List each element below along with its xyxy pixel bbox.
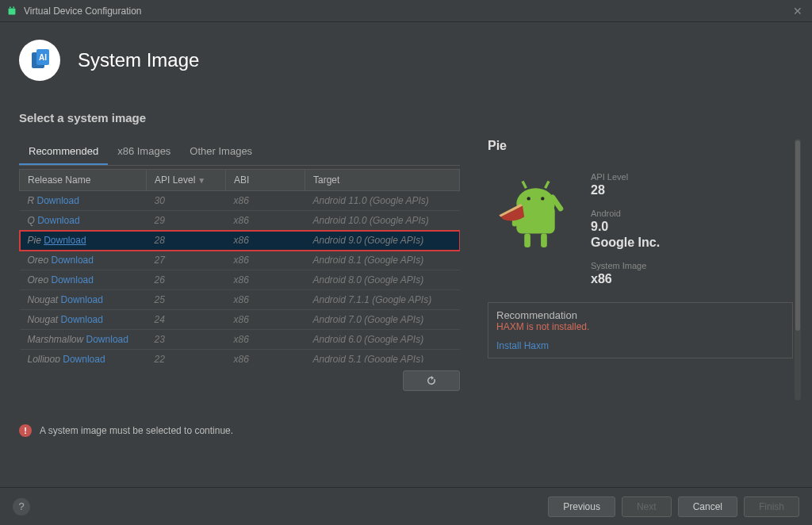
- previous-button[interactable]: Previous: [548, 496, 615, 517]
- svg-point-7: [527, 197, 530, 200]
- cell-api: 28: [147, 231, 226, 251]
- tab-x86-images[interactable]: x86 Images: [108, 139, 180, 165]
- cell-api: 26: [147, 270, 226, 290]
- cell-target: Android 8.0 (Google APIs): [305, 270, 460, 290]
- release-name: Q: [28, 215, 35, 226]
- col-abi[interactable]: ABI: [226, 170, 305, 191]
- cell-api: 23: [147, 330, 226, 350]
- download-link[interactable]: Download: [37, 195, 79, 206]
- cell-api: 29: [147, 211, 226, 231]
- cell-target: Android 7.1.1 (Google APIs): [305, 290, 460, 310]
- detail-scrollbar[interactable]: [795, 139, 801, 400]
- system-image-icon: AI: [19, 40, 60, 81]
- section-title: Select a system image: [19, 111, 793, 125]
- detail-release-name: Pie: [488, 139, 793, 153]
- table-row[interactable]: Oreo Download27x86Android 8.1 (Google AP…: [20, 251, 460, 270]
- release-name: R: [28, 195, 35, 206]
- title-bar: Virtual Device Configuration ✕: [0, 0, 812, 22]
- cell-api: 30: [147, 191, 226, 211]
- error-message: A system image must be selected to conti…: [40, 425, 233, 436]
- table-row[interactable]: Pie Download28x86Android 9.0 (Google API…: [20, 231, 460, 251]
- download-link[interactable]: Download: [86, 334, 128, 345]
- cell-abi: x86: [226, 290, 305, 310]
- page-title: System Image: [78, 49, 199, 71]
- download-link[interactable]: Download: [52, 274, 94, 285]
- release-name: Oreo: [28, 255, 49, 266]
- android-studio-icon: [6, 6, 17, 17]
- image-tabs: Recommended x86 Images Other Images: [19, 139, 460, 166]
- cell-target: Android 8.1 (Google APIs): [305, 251, 460, 270]
- svg-point-8: [541, 197, 544, 200]
- details-pane: Pie: [477, 139, 793, 391]
- col-target[interactable]: Target: [305, 170, 460, 191]
- error-icon: !: [19, 424, 32, 437]
- error-row: ! A system image must be selected to con…: [19, 424, 793, 437]
- tab-other-images[interactable]: Other Images: [180, 139, 262, 165]
- svg-point-1: [10, 6, 11, 8]
- download-link[interactable]: Download: [37, 215, 79, 226]
- help-button[interactable]: ?: [13, 498, 30, 515]
- download-link[interactable]: Download: [52, 255, 94, 266]
- release-name: Pie: [28, 235, 41, 246]
- cancel-button[interactable]: Cancel: [678, 496, 737, 517]
- table-row[interactable]: Nougat Download24x86Android 7.0 (Google …: [20, 310, 460, 330]
- image-table-wrap: Release Name API Level ABI Target R Down…: [19, 166, 460, 362]
- cell-api: 22: [147, 350, 226, 363]
- table-row[interactable]: Marshmallow Download23x86Android 6.0 (Go…: [20, 330, 460, 350]
- window-title: Virtual Device Configuration: [24, 6, 790, 17]
- label-system-image: System Image: [591, 261, 660, 270]
- cell-target: Android 6.0 (Google APIs): [305, 330, 460, 350]
- svg-point-2: [13, 6, 14, 8]
- table-row[interactable]: Oreo Download26x86Android 8.0 (Google AP…: [20, 270, 460, 290]
- cell-abi: x86: [226, 330, 305, 350]
- value-android-version: 9.0: [591, 220, 660, 234]
- cell-target: Android 5.1 (Google APIs): [305, 350, 460, 363]
- close-icon[interactable]: ✕: [790, 5, 806, 17]
- cell-api: 25: [147, 290, 226, 310]
- svg-line-10: [546, 181, 549, 188]
- system-image-table: Release Name API Level ABI Target R Down…: [19, 169, 460, 362]
- download-link[interactable]: Download: [63, 354, 105, 362]
- cell-api: 24: [147, 310, 226, 330]
- label-android: Android: [591, 209, 660, 218]
- col-release-name[interactable]: Release Name: [20, 170, 147, 191]
- refresh-icon: [425, 374, 438, 387]
- value-vendor: Google Inc.: [591, 236, 660, 250]
- svg-rect-14: [524, 233, 530, 247]
- svg-text:AI: AI: [39, 53, 47, 62]
- value-api-level: 28: [591, 183, 660, 197]
- install-haxm-link[interactable]: Install Haxm: [496, 340, 784, 351]
- cell-target: Android 10.0 (Google APIs): [305, 211, 460, 231]
- value-system-image: x86: [591, 272, 660, 286]
- wizard-footer: ? Previous Next Cancel Finish: [0, 487, 812, 525]
- download-link[interactable]: Download: [61, 314, 103, 325]
- table-row[interactable]: Nougat Download25x86Android 7.1.1 (Googl…: [20, 290, 460, 310]
- cell-abi: x86: [226, 270, 305, 290]
- cell-abi: x86: [226, 231, 305, 251]
- recommendation-box: Recommendation HAXM is not installed. In…: [488, 302, 793, 358]
- cell-target: Android 7.0 (Google APIs): [305, 310, 460, 330]
- next-button[interactable]: Next: [622, 496, 672, 517]
- cell-abi: x86: [226, 310, 305, 330]
- table-row[interactable]: Lollipop Download22x86Android 5.1 (Googl…: [20, 350, 460, 363]
- download-link[interactable]: Download: [44, 235, 86, 246]
- recommendation-legend: Recommendation: [496, 309, 577, 321]
- cell-abi: x86: [226, 350, 305, 363]
- release-name: Lollipop: [28, 354, 60, 362]
- col-api-level[interactable]: API Level: [147, 170, 226, 191]
- cell-abi: x86: [226, 191, 305, 211]
- haxm-warning: HAXM is not installed.: [496, 321, 784, 332]
- table-row[interactable]: Q Download29x86Android 10.0 (Google APIs…: [20, 211, 460, 231]
- release-name: Marshmallow: [28, 334, 84, 345]
- cell-target: Android 11.0 (Google APIs): [305, 191, 460, 211]
- finish-button[interactable]: Finish: [744, 496, 799, 517]
- page-header: AI System Image: [19, 40, 793, 81]
- cell-abi: x86: [226, 251, 305, 270]
- download-link[interactable]: Download: [61, 294, 103, 305]
- refresh-button[interactable]: [403, 370, 460, 391]
- table-row[interactable]: R Download30x86Android 11.0 (Google APIs…: [20, 191, 460, 211]
- svg-rect-15: [541, 233, 547, 247]
- cell-target: Android 9.0 (Google APIs): [305, 231, 460, 251]
- tab-recommended[interactable]: Recommended: [19, 139, 108, 165]
- svg-rect-0: [9, 8, 16, 14]
